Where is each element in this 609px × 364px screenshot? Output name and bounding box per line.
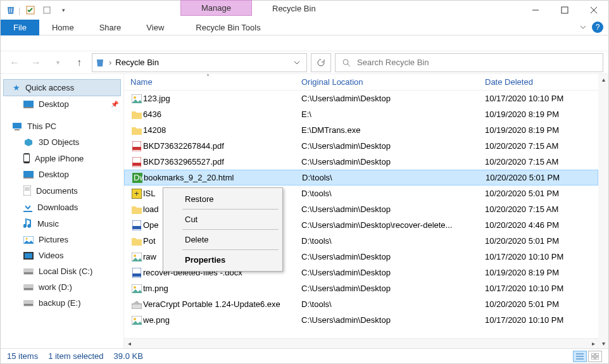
table-row[interactable]: VeraCrypt Portable 1.24-Update6.exeD:\to…	[124, 296, 598, 312]
menu-item-delete[interactable]: Delete	[163, 231, 282, 248]
table-row[interactable]: 6436E:\10/19/2020 8:19 PM	[124, 106, 598, 122]
table-row[interactable]: 123.jpgC:\Users\admin\Desktop10/17/2020 …	[124, 91, 598, 106]
table-row[interactable]: we.pngC:\Users\admin\Desktop10/17/2020 1…	[124, 312, 598, 328]
sidebar-item[interactable]: work (D:)	[1, 279, 123, 295]
svg-line-5	[348, 64, 350, 66]
sidebar-item[interactable]: Videos	[1, 248, 123, 263]
large-icons-view-button[interactable]	[588, 351, 602, 362]
sidebar-item[interactable]: backup (E:)	[1, 295, 123, 311]
sidebar-item[interactable]: 3D Objects	[1, 134, 123, 150]
sidebar-item-quick-access[interactable]: ★ Quick access	[3, 79, 121, 96]
ribbon-expand-button[interactable]	[574, 23, 592, 31]
column-name[interactable]: Name	[130, 77, 301, 87]
menu-item-restore[interactable]: Restore	[163, 191, 282, 208]
search-input[interactable]	[357, 58, 596, 67]
file-original-location: C:\Users\admin\Desktop	[301, 252, 485, 261]
address-history-button[interactable]	[290, 60, 304, 66]
file-date-deleted: 10/19/2020 8:19 PM	[485, 125, 598, 135]
sidebar-item[interactable]: Local Disk (C:)	[1, 263, 123, 279]
tab-view[interactable]: View	[134, 20, 177, 35]
svg-point-19	[26, 237, 28, 239]
file-date-deleted: 10/20/2020 5:01 PM	[485, 236, 598, 246]
file-date-deleted: 10/20/2020 7:15 AM	[485, 141, 598, 151]
menu-item-cut[interactable]: Cut	[163, 211, 282, 228]
scroll-up-button[interactable]: ▴	[598, 74, 608, 84]
help-button[interactable]: ?	[592, 22, 603, 33]
tab-share[interactable]: Share	[87, 20, 134, 35]
file-name: 6436	[143, 110, 301, 119]
folder-icon	[23, 300, 34, 306]
tab-recycle-bin-tools[interactable]: Recycle Bin Tools	[183, 20, 273, 35]
column-headers: ˄ Name Original Location Date Deleted	[124, 74, 598, 91]
file-original-location: D:\tools\	[301, 236, 485, 246]
recent-locations-button[interactable]: ▾	[49, 54, 66, 72]
tab-home[interactable]: Home	[39, 20, 87, 35]
sidebar-item-this-pc[interactable]: This PC	[1, 118, 123, 134]
sidebar-item-desktop-qa[interactable]: Desktop 📌	[1, 96, 123, 112]
vertical-scrollbar[interactable]: ▴ ▾	[598, 74, 608, 348]
sidebar-item[interactable]: Downloads	[1, 199, 123, 215]
table-row[interactable]: Dwbookmarks_9_2_20.htmlD:\tools\10/20/20…	[124, 170, 598, 185]
sidebar-item-label: Downloads	[37, 203, 78, 212]
scroll-left-button[interactable]: ◂	[124, 339, 134, 349]
menu-item-properties[interactable]: Properties	[163, 251, 282, 268]
folder-icon	[23, 138, 34, 147]
svg-rect-27	[24, 304, 33, 306]
file-name: 123.jpg	[143, 94, 301, 103]
file-date-deleted: 10/20/2020 4:46 PM	[485, 220, 598, 230]
file-original-location: D:\tools\	[301, 189, 485, 198]
folder-icon	[23, 236, 34, 244]
close-button[interactable]	[579, 1, 608, 20]
column-original-location[interactable]: Original Location	[301, 77, 485, 87]
file-date-deleted: 10/17/2020 10:10 PM	[485, 315, 598, 325]
qat-customize-button[interactable]: ▾	[56, 3, 71, 18]
table-row[interactable]: BKD73632267844.pdfC:\Users\admin\Desktop…	[124, 138, 598, 154]
up-button[interactable]: ↑	[70, 54, 88, 72]
address-bar[interactable]: › Recycle Bin	[92, 53, 307, 72]
chevron-right-icon[interactable]: ›	[109, 58, 111, 67]
sidebar-item-label: Music	[37, 219, 59, 229]
maximize-button[interactable]	[550, 1, 579, 20]
sidebar-item-label: work (D:)	[39, 282, 72, 292]
table-row[interactable]: 14208E:\DMTrans.exe10/19/2020 8:19 PM	[124, 122, 598, 138]
sidebar-item-label: Desktop	[39, 99, 69, 109]
file-name: BKD73632965527.pdf	[143, 157, 301, 166]
svg-rect-7	[23, 107, 34, 108]
sidebar-item[interactable]: Apple iPhone	[1, 150, 123, 166]
qat-new-folder-button[interactable]	[39, 3, 54, 18]
table-row[interactable]: tm.pngC:\Users\admin\Desktop10/17/2020 1…	[124, 280, 598, 296]
window-title: Recycle Bin	[272, 4, 316, 13]
svg-rect-14	[23, 185, 31, 196]
pin-icon: 📌	[111, 101, 118, 108]
horizontal-scrollbar[interactable]: ◂ ▸	[124, 338, 598, 348]
qat-divider: |	[18, 6, 20, 15]
scroll-down-button[interactable]: ▾	[598, 338, 608, 348]
file-icon	[130, 300, 143, 309]
sidebar-item[interactable]: Music	[1, 215, 123, 232]
svg-rect-25	[24, 288, 33, 290]
svg-rect-3	[562, 7, 568, 13]
sidebar-item[interactable]: Pictures	[1, 232, 123, 248]
sidebar-item[interactable]: Desktop	[1, 166, 123, 182]
file-tab[interactable]: File	[1, 20, 39, 35]
back-button[interactable]: ←	[6, 54, 23, 72]
search-box[interactable]	[335, 53, 603, 72]
refresh-button[interactable]	[311, 53, 331, 72]
breadcrumb[interactable]: Recycle Bin	[115, 58, 159, 67]
file-date-deleted: 10/20/2020 5:01 PM	[486, 173, 598, 182]
sidebar-item[interactable]: Documents	[1, 182, 123, 199]
forward-button[interactable]: →	[27, 54, 45, 72]
svg-point-45	[134, 286, 136, 289]
folder-icon	[23, 252, 34, 260]
column-date-deleted[interactable]: Date Deleted	[485, 77, 598, 87]
table-row[interactable]: BKD73632965527.pdfC:\Users\admin\Desktop…	[124, 154, 598, 170]
minimize-button[interactable]	[521, 1, 550, 20]
file-original-location: C:\Users\admin\Desktop	[301, 141, 485, 151]
scroll-right-button[interactable]: ▸	[588, 339, 598, 349]
file-original-location: C:\Users\admin\Desktop	[301, 284, 485, 293]
qat-properties-button[interactable]	[23, 3, 38, 18]
sidebar-item-label: Apple iPhone	[35, 154, 84, 163]
svg-rect-13	[23, 177, 34, 179]
star-icon: ★	[13, 83, 20, 92]
details-view-button[interactable]	[573, 351, 587, 362]
